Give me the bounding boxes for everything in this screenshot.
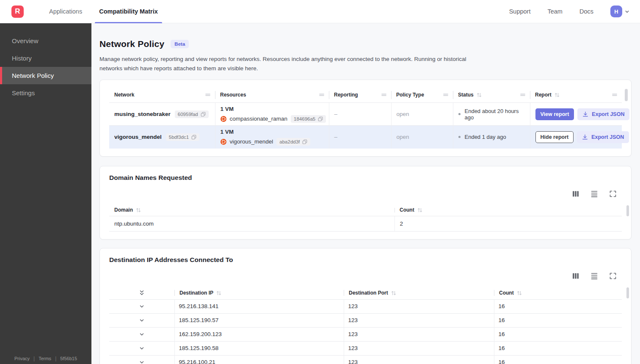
col-status-label: Status: [458, 92, 474, 98]
table-toolbar: [109, 190, 617, 198]
table-row: 185.125.190.58 123 16: [109, 341, 622, 355]
network-id-chip: 5bdf3dc1: [166, 133, 199, 141]
networks-card: Network Resources Repo: [99, 80, 632, 157]
copy-icon[interactable]: [318, 116, 323, 121]
sort-icon[interactable]: [216, 291, 221, 295]
col-destination-ip-label: Destination IP: [179, 290, 213, 296]
table-scrollbar[interactable]: [626, 287, 629, 298]
policy-type-value: open: [391, 103, 453, 126]
download-icon: [582, 134, 588, 140]
copy-icon[interactable]: [201, 112, 206, 117]
avatar[interactable]: H: [610, 6, 622, 17]
sidebar-footer: Privacy | Terms | 5f56b15: [0, 356, 91, 361]
col-destination-ip: Destination IP: [174, 287, 344, 299]
rows-density-icon[interactable]: [590, 272, 598, 280]
columns-icon[interactable]: [572, 272, 579, 280]
privacy-link[interactable]: Privacy: [14, 356, 30, 361]
reporting-value: –: [329, 103, 391, 126]
expand-row-icon[interactable]: [139, 359, 145, 364]
status-text: Ended about 20 hours ago: [465, 108, 525, 121]
sidebar-item-history[interactable]: History: [0, 50, 91, 67]
destination-ip-value: 95.216.138.141: [174, 299, 344, 313]
col-report-label: Report: [535, 92, 552, 98]
link-support[interactable]: Support: [509, 8, 531, 15]
col-resources-label: Resources: [220, 92, 246, 98]
vm-count: 1 VM: [221, 106, 324, 112]
topbar: R Applications Compatibility Matrix Supp…: [0, 0, 640, 23]
column-resize-handle[interactable]: [205, 93, 211, 97]
column-resize-handle[interactable]: [443, 93, 449, 97]
destinations-card-title: Destination IP Addresses Connected To: [109, 256, 622, 264]
expand-row-icon[interactable]: [139, 331, 145, 337]
sort-icon[interactable]: [391, 291, 396, 295]
network-name: vigorous_mendel: [114, 134, 162, 140]
sidebar-item-settings[interactable]: Settings: [0, 84, 91, 102]
network-id-chip: 60959fad: [175, 110, 209, 118]
copy-icon[interactable]: [302, 139, 307, 144]
table-scrollbar[interactable]: [625, 89, 628, 101]
column-resize-handle[interactable]: [381, 93, 387, 97]
sidebar-item-network-policy[interactable]: Network Policy: [0, 67, 91, 84]
sort-icon[interactable]: [554, 93, 560, 97]
count-value: 16: [494, 299, 622, 313]
column-resize-handle[interactable]: [319, 93, 325, 97]
export-json-button[interactable]: Export JSON: [577, 131, 629, 143]
sort-icon[interactable]: [417, 208, 422, 212]
col-network-label: Network: [114, 92, 134, 98]
sort-icon[interactable]: [517, 291, 522, 295]
col-reporting: Reporting: [329, 88, 391, 103]
col-report: Report: [530, 88, 622, 103]
network-name: musing_stonebraker: [114, 111, 171, 117]
table-row[interactable]: vigorous_mendel5bdf3dc1 1 VM vigorous_me…: [109, 126, 622, 149]
export-json-button[interactable]: Export JSON: [577, 108, 629, 120]
sort-icon[interactable]: [136, 208, 141, 212]
count-value: 2: [394, 216, 622, 232]
user-menu[interactable]: H: [610, 6, 630, 17]
app-logo[interactable]: R: [11, 6, 24, 18]
domains-card-title: Domain Names Requested: [109, 174, 622, 182]
copy-icon[interactable]: [191, 135, 196, 140]
page-description: Manage network policy, reporting and vie…: [99, 55, 474, 74]
col-count: Count: [394, 204, 622, 216]
columns-icon[interactable]: [572, 190, 579, 198]
link-team[interactable]: Team: [547, 8, 562, 15]
sort-icon[interactable]: [477, 93, 482, 97]
expand-row-icon[interactable]: [139, 317, 145, 323]
hide-report-button[interactable]: Hide report: [535, 131, 574, 143]
domains-table: Domain Count: [109, 204, 622, 232]
domains-card: Domain Names Requested Domain: [99, 166, 632, 240]
col-network: Network: [109, 88, 215, 103]
view-report-button[interactable]: View report: [535, 108, 574, 120]
tab-compatibility-matrix[interactable]: Compatibility Matrix: [98, 0, 159, 23]
table-row: 162.159.200.123 123 16: [109, 327, 622, 341]
export-json-label: Export JSON: [591, 134, 624, 140]
fullscreen-icon[interactable]: [609, 190, 617, 198]
col-policy-type: Policy Type: [391, 88, 453, 103]
expand-all-icon[interactable]: [139, 290, 145, 296]
col-resources: Resources: [215, 88, 329, 103]
column-resize-handle[interactable]: [612, 93, 618, 97]
column-resize-handle[interactable]: [520, 93, 526, 97]
link-docs[interactable]: Docs: [579, 8, 593, 15]
col-domain-label: Domain: [114, 207, 133, 213]
table-scrollbar[interactable]: [626, 205, 629, 216]
col-expander: [109, 287, 174, 299]
col-count-label: Count: [499, 290, 514, 296]
tab-applications[interactable]: Applications: [48, 0, 83, 23]
resource-id: 184696a5: [294, 116, 315, 121]
col-reporting-label: Reporting: [334, 92, 358, 98]
fullscreen-icon[interactable]: [609, 272, 617, 280]
col-status: Status: [453, 88, 530, 103]
sidebar-item-overview[interactable]: Overview: [0, 32, 91, 50]
terms-link[interactable]: Terms: [39, 356, 51, 361]
table-row[interactable]: musing_stonebraker60959fad 1 VM compassi…: [109, 103, 622, 126]
destination-ip-value: 95.216.100.21: [174, 355, 344, 364]
expand-row-icon[interactable]: [139, 345, 145, 351]
expand-row-icon[interactable]: [139, 303, 145, 309]
destination-port-value: 123: [344, 341, 494, 355]
sidebar: Overview History Network Policy Settings…: [0, 23, 91, 364]
page-title: Network Policy: [99, 39, 164, 49]
rows-density-icon[interactable]: [590, 190, 598, 198]
count-value: 16: [494, 313, 622, 327]
download-icon: [582, 111, 588, 117]
